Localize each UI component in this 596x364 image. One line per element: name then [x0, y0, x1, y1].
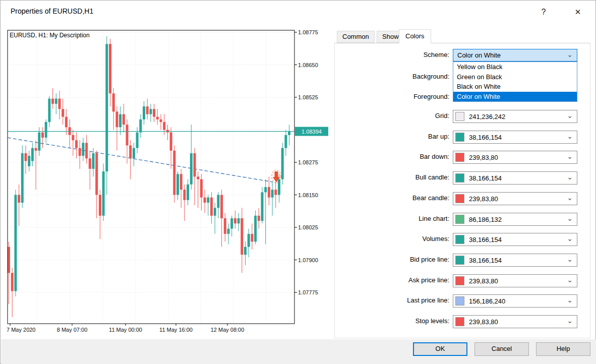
chart-grid: [8, 30, 294, 324]
color-value: 38,166,154: [469, 257, 502, 264]
foreground-label: Foreground:: [353, 93, 449, 100]
color-value: 38,166,154: [469, 134, 502, 141]
svg-text:1.08275: 1.08275: [298, 159, 318, 165]
svg-text:1.08025: 1.08025: [298, 224, 318, 230]
bear-candle-color-select[interactable]: 239,83,80⌄: [453, 192, 577, 205]
scheme-value: Color on White: [457, 51, 501, 59]
bar-up-color-select[interactable]: 38,166,154⌄: [453, 131, 577, 144]
ask-price-line-color-select[interactable]: 239,83,80⌄: [453, 274, 577, 287]
scheme-option[interactable]: Green on Black: [453, 72, 577, 82]
bar-down-label: Bar down:: [353, 153, 449, 160]
price-axis: 1.087751.086501.085251.082751.081501.080…: [294, 29, 318, 295]
color-swatch: [455, 194, 464, 203]
scheme-select[interactable]: Color on White ⌄: [453, 49, 577, 62]
properties-dialog: Properties of EURUSD,H1 ? ✕ 1.087751.086…: [0, 0, 596, 364]
color-value: 239,83,80: [469, 318, 498, 326]
svg-text:8 May 07:00: 8 May 07:00: [57, 327, 88, 333]
stop-levels-color-select[interactable]: 239,83,80⌄: [453, 315, 577, 328]
bull-candle-color-select[interactable]: 38,166,154⌄: [453, 171, 577, 185]
color-value: 86,186,132: [469, 216, 502, 223]
bar-down-color-select[interactable]: 239,83,80⌄: [453, 151, 577, 164]
ask-price-line-label: Ask price line:: [353, 276, 449, 284]
chevron-down-icon: ⌄: [567, 214, 573, 222]
grid-label: Grid:: [353, 112, 449, 119]
svg-text:1.08150: 1.08150: [298, 192, 318, 198]
color-swatch: [455, 153, 464, 162]
help-button[interactable]: Help: [536, 342, 590, 356]
time-axis: 7 May 20208 May 07:0011 May 00:0011 May …: [7, 324, 244, 333]
descending-trendline: [8, 138, 273, 182]
close-icon[interactable]: ✕: [567, 4, 588, 20]
last-price-line-color-select[interactable]: 156,186,240⌄: [453, 294, 577, 308]
chart-border: [8, 30, 294, 324]
color-swatch: [455, 276, 464, 285]
color-swatch: [455, 173, 464, 183]
tab-colors[interactable]: Colors: [399, 29, 431, 43]
bear-candle-label: Bear candle:: [353, 194, 449, 202]
color-swatch: [455, 215, 464, 224]
scheme-option[interactable]: Black on White: [453, 82, 577, 92]
svg-text:12 May 08:00: 12 May 08:00: [211, 327, 245, 333]
color-value: 241,236,242: [469, 113, 505, 120]
chevron-down-icon: ⌄: [567, 317, 573, 325]
color-swatch: [455, 256, 464, 265]
chevron-down-icon: ⌄: [567, 132, 573, 140]
svg-text:1.08525: 1.08525: [298, 94, 318, 100]
chevron-down-icon: ⌄: [567, 173, 573, 181]
color-swatch: [455, 112, 464, 121]
chart-symbol-label: EURUSD, H1: My Description: [10, 32, 90, 39]
chevron-down-icon: ⌄: [567, 234, 573, 242]
bid-price-tag: 1.08394: [295, 127, 328, 136]
stop-levels-label: Stop levels:: [353, 317, 449, 325]
chevron-down-icon: ⌄: [567, 152, 573, 160]
color-value: 239,83,80: [469, 154, 498, 161]
svg-text:1.08650: 1.08650: [298, 62, 318, 68]
volumes-label: Volumes:: [353, 235, 449, 242]
svg-text:11 May 00:00: 11 May 00:00: [109, 327, 142, 333]
color-swatch: [455, 317, 464, 326]
color-value: 38,166,154: [469, 174, 502, 182]
svg-text:11 May 16:00: 11 May 16:00: [159, 327, 193, 333]
scheme-option[interactable]: Yellow on Black: [453, 62, 577, 72]
chevron-down-icon: ⌄: [567, 111, 573, 119]
chevron-down-icon: ⌄: [567, 276, 573, 284]
bid-price-line-color-select[interactable]: 38,166,154⌄: [453, 254, 577, 267]
line-chart-label: Line chart:: [353, 215, 449, 222]
line-chart-color-select[interactable]: 86,186,132⌄: [453, 213, 577, 226]
volumes-color-select[interactable]: 38,166,154⌄: [453, 233, 577, 246]
color-swatch: [455, 133, 464, 142]
last-price-line-label: Last price line:: [353, 296, 449, 304]
background-label: Background:: [353, 73, 449, 80]
color-swatch: [455, 296, 464, 306]
ok-button[interactable]: OK: [413, 342, 467, 356]
svg-text:7 May 2020: 7 May 2020: [7, 327, 35, 333]
chevron-down-icon: ⌄: [567, 296, 573, 304]
chart-preview: 1.087751.086501.085251.082751.081501.080…: [1, 23, 333, 338]
svg-text:1.07900: 1.07900: [298, 257, 318, 263]
svg-text:1.08775: 1.08775: [298, 29, 318, 35]
candlesticks: [8, 36, 290, 317]
bid-price-line-label: Bid price line:: [353, 256, 449, 263]
scheme-label: Scheme:: [353, 51, 449, 58]
chevron-down-icon: ⌄: [567, 255, 573, 263]
cancel-button[interactable]: Cancel: [474, 342, 529, 356]
dialog-title: Properties of EURUSD,H1: [11, 7, 93, 15]
chevron-down-icon: ⌄: [567, 50, 573, 58]
color-value: 38,166,154: [469, 236, 502, 244]
color-swatch: [455, 235, 464, 244]
titlebar: Properties of EURUSD,H1 ? ✕: [1, 1, 595, 23]
chevron-down-icon: ⌄: [567, 194, 573, 202]
color-value: 239,83,80: [469, 195, 498, 203]
bar-up-label: Bar up:: [353, 133, 449, 140]
svg-text:1.08394: 1.08394: [302, 129, 322, 135]
titlebar-help-icon[interactable]: ?: [533, 4, 554, 20]
scheme-option[interactable]: Color on White: [453, 92, 577, 102]
tab-common[interactable]: Common: [337, 31, 375, 43]
svg-text:1.07775: 1.07775: [298, 289, 318, 295]
grid-color-select[interactable]: 241,236,242⌄: [453, 110, 577, 123]
color-value: 156,186,240: [469, 297, 505, 305]
bull-candle-label: Bull candle:: [353, 173, 449, 181]
color-value: 239,83,80: [469, 277, 498, 285]
scheme-dropdown-list[interactable]: Yellow on BlackGreen on BlackBlack on Wh…: [453, 62, 577, 102]
